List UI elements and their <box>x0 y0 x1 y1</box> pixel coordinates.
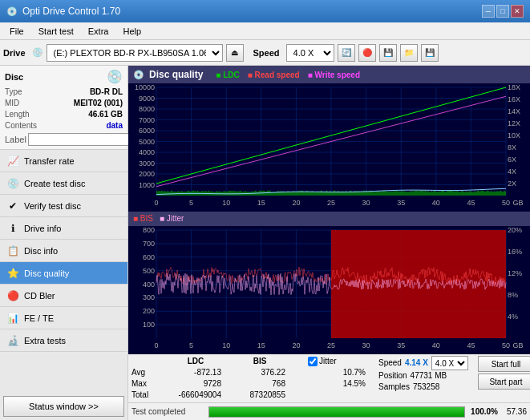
stats-ldc-header: LDC <box>164 356 228 367</box>
speed-pos-panel: Speed 4.14 X 4.0 X 2.0 X 6.0 X Position … <box>378 356 475 393</box>
nav-transfer-rate-label: Transfer rate <box>24 156 75 166</box>
content-area: 💿 Disc quality ■ LDC ■ Read speed ■ Writ… <box>128 66 530 420</box>
chart-header: 💿 Disc quality ■ LDC ■ Read speed ■ Writ… <box>128 66 530 83</box>
speed-label: Speed <box>253 48 280 58</box>
tool-btn-4[interactable]: 💾 <box>421 44 439 62</box>
nav-create-test-disc[interactable]: 💿 Create test disc <box>0 172 127 195</box>
avg-jitter: 10.7% <box>308 367 372 378</box>
type-value: BD-R DL <box>90 87 123 98</box>
titlebar-left: 💿 Opti Drive Control 1.70 <box>6 6 120 17</box>
speed-setting-select[interactable]: 4.0 X 2.0 X 6.0 X <box>431 356 468 370</box>
nav-cd-bler[interactable]: 🔴 CD Bler <box>0 285 127 307</box>
menu-help[interactable]: Help <box>116 25 148 38</box>
lower-chart <box>128 226 530 354</box>
progress-bar <box>208 406 465 418</box>
nav-extra-tests[interactable]: 🔬 Extra tests <box>0 329 127 352</box>
nav-disc-quality[interactable]: ⭐ Disc quality <box>0 262 127 285</box>
label-label: Label <box>5 135 26 144</box>
speed-select[interactable]: 4.0 X 2.0 X 6.0 X 8.0 X <box>286 44 334 62</box>
legend-write-speed: ■ Write speed <box>308 71 360 79</box>
stats-bis-header: BIS <box>228 356 292 367</box>
status-window-button[interactable]: Status window >> <box>3 396 124 417</box>
nav-create-test-disc-label: Create test disc <box>24 179 85 188</box>
transfer-rate-icon: 📈 <box>6 155 19 167</box>
jitter-checkbox[interactable] <box>308 357 318 366</box>
total-bis: 87320855 <box>228 390 292 401</box>
tool-btn-3[interactable]: 📁 <box>400 44 418 62</box>
action-buttons: Start full Start part <box>478 356 530 390</box>
nav-transfer-rate[interactable]: 📈 Transfer rate <box>0 150 127 172</box>
maximize-button[interactable]: □ <box>496 5 509 18</box>
type-label: Type <box>5 87 22 98</box>
samples-value: 753258 <box>413 382 439 393</box>
disc-panel: Disc 💿 Type BD-R DL MID MEIT02 (001) Len… <box>0 66 127 150</box>
jitter-check-row: Jitter <box>308 356 372 367</box>
mid-label: MID <box>5 98 19 109</box>
close-button[interactable]: ✕ <box>511 5 524 18</box>
verify-test-disc-icon: ✔ <box>6 200 19 212</box>
menu-file[interactable]: File <box>3 25 30 38</box>
minimize-button[interactable]: ─ <box>482 5 495 18</box>
max-ldc: 9728 <box>164 378 228 390</box>
eject-button[interactable]: ⏏ <box>226 44 244 62</box>
legend-jitter: ■ Jitter <box>160 214 184 223</box>
stats-empty <box>131 356 164 367</box>
chart-title: Disc quality <box>149 69 203 80</box>
avg-ldc: -872.13 <box>164 367 228 378</box>
drive-select[interactable]: (E:) PLEXTOR BD-R PX-LB950SA 1.06 <box>47 44 223 62</box>
sidebar: Disc 💿 Type BD-R DL MID MEIT02 (001) Len… <box>0 66 128 420</box>
nav-verify-test-disc[interactable]: ✔ Verify test disc <box>0 195 127 217</box>
nav-disc-quality-label: Disc quality <box>24 269 69 278</box>
drive-info-icon: ℹ <box>6 223 19 234</box>
drive-icon: 💿 <box>32 47 43 58</box>
max-jitter: 14.5% <box>308 378 372 390</box>
tool-btn-2[interactable]: 💾 <box>379 44 397 62</box>
disc-info-icon: 📋 <box>6 245 19 256</box>
disc-change-icon[interactable]: 💿 <box>107 69 123 84</box>
position-label: Position <box>378 370 407 382</box>
titlebar: 💿 Opti Drive Control 1.70 ─ □ ✕ <box>0 0 530 22</box>
length-value: 46.61 GB <box>88 109 123 120</box>
nav-fe-te-label: FE / TE <box>24 313 54 323</box>
progress-area: Test completed 100.0% 57.36 <box>128 402 530 420</box>
stats-empty4 <box>292 378 308 390</box>
chart-legend: ■ LDC ■ Read speed ■ Write speed <box>216 71 360 79</box>
nav-disc-info[interactable]: 📋 Disc info <box>0 240 127 262</box>
speed-info-label: Speed <box>378 357 402 369</box>
tool-btn-1[interactable]: 🔴 <box>358 44 376 62</box>
nav-drive-info[interactable]: ℹ Drive info <box>0 217 127 240</box>
position-value: 47731 MB <box>411 370 447 382</box>
status-text: Test completed <box>131 407 204 416</box>
start-part-button[interactable]: Start part <box>478 374 530 390</box>
start-full-button[interactable]: Start full <box>478 356 530 372</box>
titlebar-controls: ─ □ ✕ <box>482 5 524 18</box>
menu-start-test[interactable]: Start test <box>32 25 80 38</box>
nav-list: 📈 Transfer rate 💿 Create test disc ✔ Ver… <box>0 150 127 393</box>
progress-right-value: 57.36 <box>503 407 527 416</box>
upper-chart <box>128 83 530 212</box>
samples-label: Samples <box>378 382 410 393</box>
stats-empty2 <box>292 356 308 367</box>
cd-bler-icon: 🔴 <box>6 290 19 301</box>
nav-fe-te[interactable]: 📊 FE / TE <box>0 307 127 329</box>
label-input[interactable] <box>28 133 135 146</box>
menu-extra[interactable]: Extra <box>82 25 115 38</box>
stats-area: LDC BIS Jitter Avg -872.13 376.22 10. <box>128 353 530 402</box>
max-bis: 768 <box>228 378 292 390</box>
upper-chart-canvas <box>128 83 530 212</box>
refresh-button[interactable]: 🔄 <box>338 44 355 62</box>
mid-value: MEIT02 (001) <box>74 98 123 109</box>
nav-disc-info-label: Disc info <box>24 246 58 256</box>
app-title: Opti Drive Control 1.70 <box>22 6 120 17</box>
extra-tests-icon: 🔬 <box>6 335 19 346</box>
disc-quality-icon: ⭐ <box>6 268 19 279</box>
max-label: Max <box>131 378 164 390</box>
progress-percent: 100.0% <box>470 407 498 416</box>
speed-info-value: 4.14 X <box>405 357 428 369</box>
contents-label: Contents <box>5 120 37 131</box>
contents-value: data <box>106 120 123 131</box>
length-label: Length <box>5 109 30 120</box>
stats-table: LDC BIS Jitter Avg -872.13 376.22 10. <box>131 356 372 401</box>
lower-chart-canvas <box>128 226 530 354</box>
menubar: File Start test Extra Help <box>0 22 530 40</box>
